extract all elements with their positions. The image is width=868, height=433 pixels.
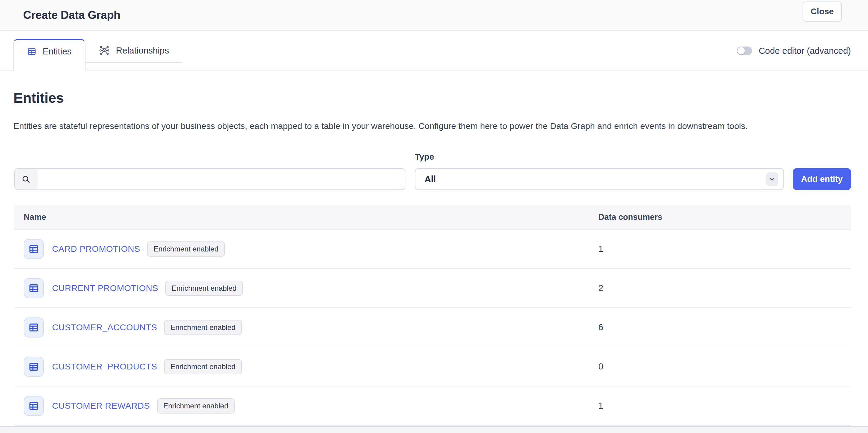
tab-entities-label: Entities: [42, 46, 71, 57]
bottom-divider-band: [0, 426, 868, 433]
entity-link[interactable]: CURRENT PROMOTIONS: [52, 283, 158, 293]
enrichment-badge: Enrichment enabled: [147, 241, 225, 257]
data-consumers-count: 2: [584, 268, 851, 308]
data-consumers-count: 0: [584, 347, 851, 386]
section-description: Entities are stateful representations of…: [13, 120, 854, 132]
type-filter-label: Type: [415, 152, 434, 162]
table-header-row: Name Data consumers: [14, 205, 851, 229]
column-header-name: Name: [14, 205, 584, 229]
toggle-knob: [738, 47, 745, 55]
table-row: CUSTOMER_PRODUCTS Enrichment enabled 0: [14, 347, 851, 386]
data-consumers-count: 6: [584, 308, 851, 347]
table-row: CUSTOMER_ACCOUNTS Enrichment enabled 6: [14, 308, 851, 347]
entities-panel: Entities Entities are stateful represent…: [0, 71, 868, 433]
table-row: CUSTOMER REWARDS Enrichment enabled 1: [14, 386, 851, 425]
entity-table-icon: [24, 239, 44, 259]
entities-table: Name Data consumers CARD PROMOTIONS Enri…: [14, 205, 851, 426]
section-title: Entities: [13, 90, 64, 106]
tab-relationships-label: Relationships: [116, 45, 169, 56]
chevron-down-icon: [766, 172, 778, 186]
entity-link[interactable]: CARD PROMOTIONS: [52, 244, 140, 254]
code-editor-toggle[interactable]: [737, 46, 752, 55]
enrichment-badge: Enrichment enabled: [164, 359, 242, 374]
enrichment-badge: Enrichment enabled: [165, 281, 243, 296]
code-editor-toggle-label: Code editor (advanced): [759, 46, 851, 56]
table-row: CURRENT PROMOTIONS Enrichment enabled 2: [14, 268, 851, 308]
entity-link[interactable]: CUSTOMER_ACCOUNTS: [52, 322, 157, 332]
entity-table-icon: [24, 357, 44, 377]
enrichment-badge: Enrichment enabled: [164, 320, 242, 335]
entity-table-icon: [24, 396, 44, 416]
type-select-value: All: [425, 174, 766, 184]
add-entity-button[interactable]: Add entity: [793, 168, 851, 190]
entity-link[interactable]: CUSTOMER_PRODUCTS: [52, 362, 157, 372]
entity-table-icon: [24, 278, 44, 298]
table-grid-icon: [27, 47, 36, 56]
code-editor-toggle-group: Code editor (advanced): [737, 31, 851, 71]
graph-network-icon: [99, 45, 110, 56]
page-title: Create Data Graph: [23, 9, 121, 22]
column-header-data-consumers: Data consumers: [584, 205, 851, 229]
type-select[interactable]: All: [415, 168, 784, 190]
close-button[interactable]: Close: [803, 2, 842, 22]
search-input[interactable]: [37, 169, 405, 190]
data-consumers-count: 1: [584, 386, 851, 425]
tab-list: Entities: [13, 39, 182, 71]
tab-relationships[interactable]: Relationships: [86, 39, 182, 63]
entity-table-icon: [24, 318, 44, 337]
search-field: [14, 168, 405, 190]
modal-header: Create Data Graph Close: [0, 0, 868, 31]
entity-link[interactable]: CUSTOMER REWARDS: [52, 401, 150, 411]
enrichment-badge: Enrichment enabled: [157, 398, 235, 413]
search-icon: [15, 169, 37, 190]
tab-entities[interactable]: Entities: [13, 39, 86, 71]
table-row: CARD PROMOTIONS Enrichment enabled 1: [14, 229, 851, 268]
data-consumers-count: 1: [584, 229, 851, 268]
tab-bar: Entities: [0, 31, 868, 71]
